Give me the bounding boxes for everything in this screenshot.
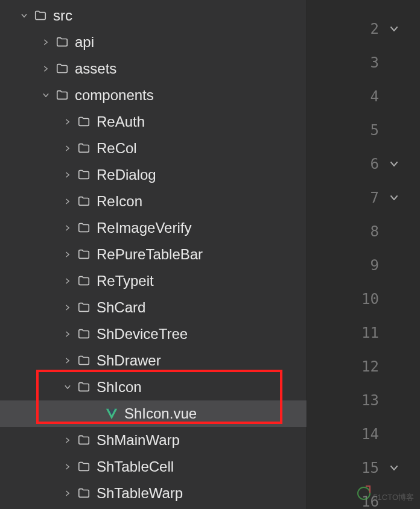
editor-gutter: 2345678910111213141516 [307,0,420,509]
chevron-right-icon[interactable] [63,488,72,498]
line-number: 14 [355,426,379,443]
folder-name: ShDrawer [97,353,161,368]
folder-item[interactable]: ReDialog [0,162,307,188]
chevron-down-icon[interactable] [63,382,72,392]
gutter-line: 13 [307,384,420,417]
line-number: 7 [355,189,379,206]
folder-item[interactable]: ReIcon [0,188,307,215]
chevron-right-icon[interactable] [63,144,72,153]
folder-item[interactable]: ShDeviceTree [0,321,307,347]
folder-item[interactable]: ReImageVerify [0,215,307,241]
file-name: ShIcon.vue [124,406,197,421]
chevron-right-icon[interactable] [63,303,72,312]
folder-name: ShTableCell [97,460,174,474]
folder-icon [56,62,69,75]
folder-item[interactable]: RePureTableBar [0,241,307,268]
folder-icon [77,327,91,341]
chevron-right-icon[interactable] [63,329,72,339]
file-item[interactable]: ShIcon.vue [0,400,307,427]
chevron-right-icon[interactable] [41,64,51,74]
fold-chevron-icon[interactable] [379,193,409,203]
folder-name: api [75,35,94,49]
gutter-line: 6 [307,147,420,181]
folder-icon [77,195,91,208]
chevron-right-icon[interactable] [63,197,72,206]
chevron-down-icon[interactable] [41,90,51,100]
folder-item[interactable]: api [0,29,307,55]
folder-name: ShIcon [97,380,142,394]
gutter-line: 11 [307,316,420,350]
folder-name: ShMainWarp [97,433,180,447]
chevron-right-icon[interactable] [63,276,72,286]
folder-item[interactable]: ShTableWarp [0,480,307,507]
fold-chevron-icon[interactable] [379,159,409,169]
gutter-line: 7 [307,181,420,215]
folder-item[interactable]: ReCol [0,135,307,162]
line-number: 2 [355,21,379,37]
folder-name: ReImageVerify [97,221,191,235]
gutter-line: 10 [307,282,420,316]
folder-item[interactable]: assets [0,55,307,82]
folder-icon [77,248,91,261]
chevron-down-icon[interactable] [19,11,29,21]
watermark-icon [357,487,371,500]
folder-icon [77,354,91,367]
chevron-right-icon[interactable] [63,435,72,445]
line-number: 10 [355,291,379,308]
line-number: 9 [355,257,379,274]
folder-icon [77,487,91,500]
folder-name: ShTableWarp [97,486,183,501]
folder-icon [77,168,91,182]
file-explorer[interactable]: srcapiassetscomponentsReAuthReColReDialo… [0,0,307,509]
folder-item[interactable]: ShIcon [0,374,307,400]
line-number: 15 [355,460,379,476]
line-number: 11 [355,324,379,341]
fold-chevron-icon[interactable] [379,463,409,473]
line-number: 6 [355,156,379,172]
folder-item[interactable]: ShCard [0,294,307,321]
gutter-line: 5 [307,113,420,147]
folder-item[interactable]: ShTableCell [0,454,307,480]
gutter-line: 8 [307,215,420,248]
folder-item[interactable]: src [0,2,307,29]
chevron-right-icon[interactable] [63,462,72,472]
gutter-line: 4 [307,80,420,113]
folder-icon [77,274,91,288]
chevron-right-icon[interactable] [63,356,72,365]
folder-icon [77,301,91,314]
folder-item[interactable]: ShDrawer [0,347,307,374]
folder-icon [56,89,69,102]
chevron-right-icon[interactable] [63,117,72,127]
gutter-line: 2 [307,12,420,46]
line-number: 12 [355,358,379,375]
folder-icon [77,434,91,447]
folder-icon [77,460,91,473]
folder-name: ReIcon [97,194,142,209]
folder-icon [77,142,91,155]
folder-icon [77,115,91,128]
chevron-right-icon[interactable] [63,223,72,233]
folder-item[interactable]: components [0,82,307,109]
chevron-right-icon[interactable] [63,250,72,259]
folder-item[interactable]: ReAuth [0,109,307,135]
chevron-right-icon[interactable] [63,170,72,180]
gutter-line: 3 [307,46,420,80]
chevron-right-icon[interactable] [41,37,51,47]
gutter-line: 9 [307,248,420,282]
folder-item[interactable]: ReTypeit [0,268,307,294]
folder-name: ShCard [97,300,145,315]
folder-icon [56,36,69,49]
folder-name: ReTypeit [97,274,154,288]
gutter-line: 15 [307,451,420,485]
folder-icon [77,221,91,235]
watermark: 51CTO博客 [357,487,414,503]
folder-name: ReAuth [97,115,145,129]
folder-name: assets [75,62,116,76]
line-number: 8 [355,223,379,240]
folder-icon [34,9,47,22]
folder-item[interactable]: ShMainWarp [0,427,307,454]
fold-chevron-icon[interactable] [379,24,409,34]
gutter-line: 12 [307,350,420,384]
folder-icon [77,381,91,394]
folder-name: ReDialog [97,168,156,182]
